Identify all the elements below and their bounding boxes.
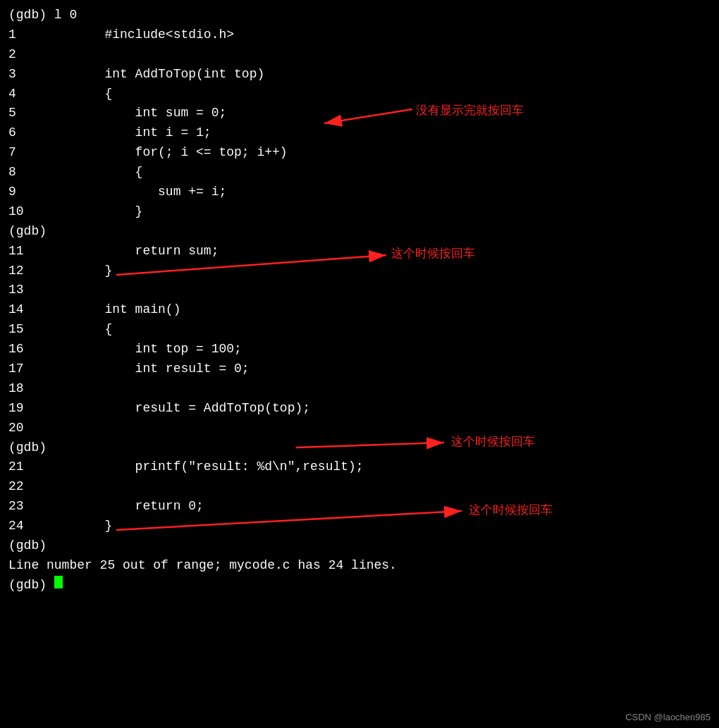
gdb-prompt-3: (gdb) <box>8 536 47 556</box>
code-line-1: 1 #include<stdio.h> <box>8 25 711 45</box>
line-num-24: 24 <box>8 517 44 536</box>
line-content-7: for(; i <= top; i++) <box>44 143 288 163</box>
line-content-4: { <box>44 85 112 104</box>
annotation-4: 这个时候按回车 <box>469 502 553 518</box>
code-line-16: 16 int top = 100; <box>8 340 711 359</box>
gdb-prompt-2: (gdb) <box>8 438 47 458</box>
code-line-9: 9 sum += i; <box>8 183 711 202</box>
line-content-14: int main() <box>44 300 180 320</box>
code-line-22: 22 <box>8 477 711 497</box>
line-content-1: #include<stdio.h> <box>44 25 234 45</box>
line-num-18: 18 <box>8 379 44 399</box>
code-line-12: 12 } <box>8 261 711 281</box>
line-num-15: 15 <box>8 320 44 340</box>
line-num-13: 13 <box>8 280 44 300</box>
line-num-6: 6 <box>8 123 44 143</box>
line-num-2: 2 <box>8 45 44 65</box>
line-num-14: 14 <box>8 300 44 320</box>
code-line-24: 24 } <box>8 517 711 536</box>
line-content-21: printf("result: %d\n",result); <box>44 457 364 477</box>
line-content-24: } <box>44 517 112 536</box>
watermark: CSDN @laochen985 <box>625 712 711 722</box>
line-num-7: 7 <box>8 143 44 163</box>
code-line-19: 19 result = AddToTop(top); <box>8 399 711 419</box>
code-line-gdb2: (gdb) <box>8 438 711 458</box>
line-content-11: return sum; <box>44 242 219 261</box>
code-line-gdb1: (gdb) <box>8 222 711 242</box>
code-line-15: 15 { <box>8 320 711 340</box>
line-num-9: 9 <box>8 183 44 202</box>
code-line-20: 20 <box>8 419 711 438</box>
gdb-prompt-0: (gdb) l 0 <box>8 6 77 25</box>
gdb-prompt-last: (gdb) <box>8 576 54 596</box>
line-content-5: int sum = 0; <box>44 104 226 123</box>
line-num-19: 19 <box>8 399 44 419</box>
line-num-5: 5 <box>8 104 44 123</box>
line-num-16: 16 <box>8 340 44 359</box>
gdb-prompt-1: (gdb) <box>8 222 47 242</box>
annotation-3: 这个时候按回车 <box>451 433 535 450</box>
line-num-23: 23 <box>8 497 44 517</box>
annotation-1: 没有显示完就按回车 <box>416 102 524 118</box>
line-content-10: } <box>44 202 142 222</box>
code-line-8: 8 { <box>8 163 711 183</box>
line-num-4: 4 <box>8 85 44 104</box>
code-line-7: 7 for(; i <= top; i++) <box>8 143 711 163</box>
code-line-gdb3: (gdb) <box>8 536 711 556</box>
line-content-12: } <box>44 261 112 281</box>
line-content-19: result = AddToTop(top); <box>44 399 310 419</box>
line-content-23: return 0; <box>44 497 204 517</box>
line-num-3: 3 <box>8 65 44 85</box>
code-line-10: 10 } <box>8 202 711 222</box>
line-num-22: 22 <box>8 477 44 497</box>
line-num-8: 8 <box>8 163 44 183</box>
code-line-2: 2 <box>8 45 711 65</box>
terminal-cursor <box>54 576 63 588</box>
line-num-21: 21 <box>8 457 44 477</box>
line-content-17: int result = 0; <box>44 359 250 379</box>
code-line-0: (gdb) l 0 <box>8 6 711 25</box>
code-line-14: 14 int main() <box>8 300 711 320</box>
line-content-16: int top = 100; <box>44 340 242 359</box>
line-content-error: Line number 25 out of range; mycode.c ha… <box>8 556 397 576</box>
line-num-17: 17 <box>8 359 44 379</box>
code-line-6: 6 int i = 1; <box>8 123 711 143</box>
line-num-20: 20 <box>8 419 44 438</box>
terminal: (gdb) l 0 1 #include<stdio.h> 2 3 int Ad… <box>0 0 719 728</box>
code-line-21: 21 printf("result: %d\n",result); <box>8 457 711 477</box>
code-line-23: 23 return 0; <box>8 497 711 517</box>
code-line-17: 17 int result = 0; <box>8 359 711 379</box>
code-line-18: 18 <box>8 379 711 399</box>
line-num-1: 1 <box>8 25 44 45</box>
code-line-5: 5 int sum = 0; <box>8 104 711 123</box>
code-display: (gdb) l 0 1 #include<stdio.h> 2 3 int Ad… <box>8 6 711 596</box>
line-content-8: { <box>44 163 142 183</box>
code-line-3: 3 int AddToTop(int top) <box>8 65 711 85</box>
code-line-last: (gdb) <box>8 576 711 596</box>
line-num-11: 11 <box>8 242 44 261</box>
line-content-6: int i = 1; <box>44 123 211 143</box>
line-num-12: 12 <box>8 261 44 281</box>
code-line-4: 4 { <box>8 85 711 104</box>
line-num-10: 10 <box>8 202 44 222</box>
line-content-15: { <box>44 320 112 340</box>
code-line-11: 11 return sum; <box>8 242 711 261</box>
line-content-9: sum += i; <box>44 183 226 202</box>
code-line-error: Line number 25 out of range; mycode.c ha… <box>8 556 711 576</box>
line-content-3: int AddToTop(int top) <box>44 65 264 85</box>
annotation-2: 这个时候按回车 <box>391 245 475 261</box>
code-line-13: 13 <box>8 280 711 300</box>
